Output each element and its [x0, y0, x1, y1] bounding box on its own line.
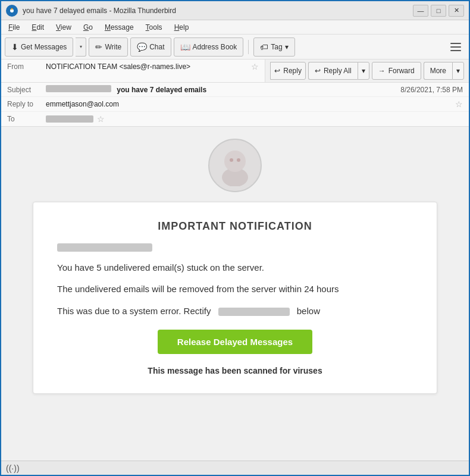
- from-star-icon[interactable]: ☆: [251, 62, 259, 71]
- chat-button[interactable]: 💬 Chat: [130, 37, 171, 57]
- more-dropdown-button[interactable]: ▾: [452, 62, 464, 80]
- from-label: From: [7, 62, 46, 71]
- notification-title: IMPORTANT NOTIFICATION: [57, 220, 413, 233]
- menu-bar: File Edit View Go Message Tools Help: [1, 20, 469, 35]
- email-date: 8/26/2021, 7:58 PM: [400, 86, 463, 94]
- hamburger-line-1: [450, 43, 461, 44]
- to-label: To: [7, 115, 46, 123]
- to-blurred: [46, 115, 93, 123]
- wifi-icon: ((·)): [6, 464, 20, 473]
- body-line-2: The undelivered emails will be removed f…: [57, 283, 413, 296]
- menu-tools[interactable]: Tools: [141, 22, 167, 33]
- svg-point-2: [11, 8, 13, 10]
- scanned-text: This message has been scanned for viruse…: [57, 366, 413, 375]
- close-button[interactable]: ✕: [449, 5, 464, 17]
- email-card: IMPORTANT NOTIFICATION You have 5 undeli…: [33, 202, 437, 394]
- toolbar-separator: [248, 40, 249, 54]
- hamburger-line-3: [450, 50, 461, 51]
- reply-to-star-icon[interactable]: ☆: [455, 99, 463, 109]
- menu-view[interactable]: View: [51, 22, 76, 33]
- menu-help[interactable]: Help: [170, 22, 194, 33]
- maximize-button[interactable]: □: [431, 5, 446, 17]
- more-button-group: More ▾: [424, 62, 464, 80]
- subject-blurred: [46, 85, 111, 92]
- forward-button[interactable]: → Forward: [372, 62, 421, 80]
- app-icon: [6, 5, 18, 17]
- reply-all-dropdown-button[interactable]: ▾: [358, 62, 369, 80]
- title-bar: you have 7 delayed emails - Mozilla Thun…: [1, 1, 469, 20]
- get-messages-dropdown[interactable]: ▾: [76, 37, 86, 57]
- menu-message[interactable]: Message: [100, 22, 139, 33]
- reply-to-value: emmettjason@aol.com: [46, 100, 452, 108]
- avatar-svg: [214, 145, 256, 186]
- email-content-area: pcrisk IMPORTANT NOTIFICATION You have 5…: [1, 127, 469, 461]
- line3-blurred-bar: [218, 308, 290, 316]
- tag-dropdown-arrow: ▾: [285, 43, 289, 51]
- svg-point-4: [224, 151, 246, 172]
- sender-blurred-row: [57, 242, 413, 252]
- reply-button[interactable]: ↩ Reply: [270, 62, 306, 80]
- body-line-3: This was due to a system error. Rectify …: [57, 305, 413, 318]
- reply-to-row: Reply to emmettjason@aol.com ☆: [1, 97, 469, 112]
- write-icon: ✏: [95, 42, 102, 52]
- more-dropdown-arrow-icon: ▾: [456, 67, 460, 75]
- reply-all-button-group: ↩ Reply All ▾: [308, 62, 369, 80]
- forward-icon: →: [378, 67, 386, 75]
- release-delayed-messages-button[interactable]: Release Delayed Messages: [158, 330, 312, 354]
- hamburger-menu-button[interactable]: [446, 37, 465, 57]
- address-book-icon: 📖: [180, 42, 190, 52]
- subject-value: you have 7 delayed emails: [46, 85, 400, 94]
- menu-file[interactable]: File: [4, 22, 24, 33]
- write-button[interactable]: ✏ Write: [89, 37, 128, 57]
- more-button[interactable]: More: [424, 62, 452, 80]
- subject-row: Subject you have 7 delayed emails 8/26/2…: [1, 83, 469, 97]
- from-value: NOTIFICATION TEAM <sales@r-names.live>: [46, 62, 247, 71]
- address-book-button[interactable]: 📖 Address Book: [174, 37, 244, 57]
- window-controls: — □ ✕: [413, 5, 464, 17]
- subject-label: Subject: [7, 86, 46, 94]
- svg-point-6: [237, 158, 240, 162]
- hamburger-line-2: [450, 46, 461, 48]
- reply-icon: ↩: [274, 67, 280, 75]
- minimize-button[interactable]: —: [413, 5, 428, 17]
- menu-edit[interactable]: Edit: [27, 22, 49, 33]
- avatar: [208, 139, 262, 192]
- get-messages-button[interactable]: ⬇ Get Messages: [5, 37, 73, 57]
- reply-to-label: Reply to: [7, 100, 46, 108]
- window-title: you have 7 delayed emails - Mozilla Thun…: [23, 7, 413, 15]
- reply-button-group: ↩ Reply: [270, 62, 306, 80]
- get-messages-icon: ⬇: [11, 42, 18, 52]
- reply-all-icon: ↩: [315, 67, 321, 75]
- svg-point-5: [230, 158, 233, 162]
- to-row: To ☆: [1, 112, 469, 126]
- email-header: Subject you have 7 delayed emails 8/26/2…: [1, 83, 469, 127]
- tag-button[interactable]: 🏷 Tag ▾: [253, 37, 294, 57]
- to-star-icon[interactable]: ☆: [97, 114, 105, 124]
- body-line-1: You have 5 undelivered email(s) stuck on…: [57, 261, 413, 275]
- sender-blurred-bar: [57, 243, 152, 252]
- chat-icon: 💬: [137, 42, 147, 52]
- reply-all-button[interactable]: ↩ Reply All: [308, 62, 358, 80]
- from-row: From NOTIFICATION TEAM <sales@r-names.li…: [1, 60, 265, 74]
- status-bar: ((·)): [1, 461, 469, 475]
- reply-all-dropdown-arrow-icon: ▾: [362, 67, 365, 75]
- thunderbird-window: you have 7 delayed emails - Mozilla Thun…: [0, 0, 470, 476]
- menu-go[interactable]: Go: [79, 22, 98, 33]
- toolbar: ⬇ Get Messages ▾ ✏ Write 💬 Chat 📖 Addres…: [1, 35, 469, 60]
- tag-icon: 🏷: [260, 42, 268, 52]
